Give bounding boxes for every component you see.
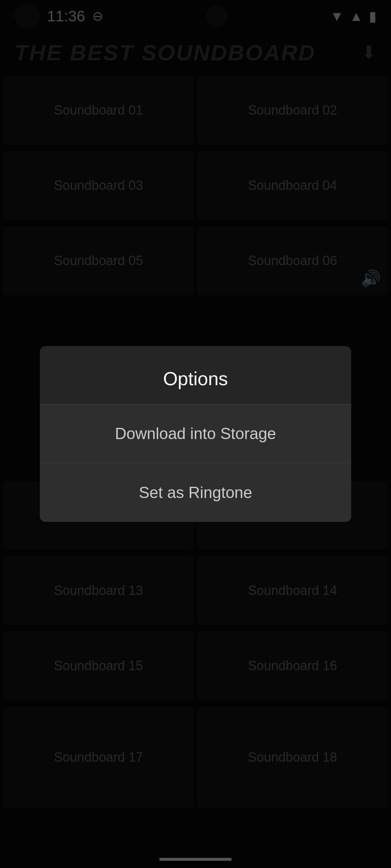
modal-overlay[interactable]: Options Download into Storage Set as Rin…	[0, 0, 391, 868]
bottom-nav-indicator	[159, 858, 232, 861]
options-dialog: Options Download into Storage Set as Rin…	[40, 346, 351, 522]
set-ringtone-button[interactable]: Set as Ringtone	[40, 463, 351, 522]
download-storage-button[interactable]: Download into Storage	[40, 404, 351, 463]
options-title: Options	[40, 346, 351, 404]
